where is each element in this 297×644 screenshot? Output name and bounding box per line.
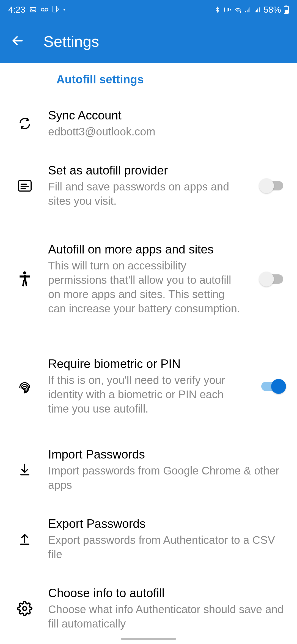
svg-rect-13 xyxy=(249,7,250,12)
vibrate-icon xyxy=(223,6,231,13)
sync-icon xyxy=(16,115,33,132)
setting-desc: Import passwords from Google Chrome & ot… xyxy=(48,463,286,492)
svg-point-2 xyxy=(41,8,44,11)
svg-rect-9 xyxy=(230,9,231,10)
wifi-icon xyxy=(234,6,242,13)
setting-title: Choose info to autofill xyxy=(48,586,286,600)
status-bar: 4:23 • 58% xyxy=(0,0,297,19)
accessibility-icon xyxy=(16,271,33,287)
fingerprint-icon xyxy=(16,378,33,395)
signal2-icon xyxy=(254,6,261,13)
more-apps-toggle[interactable] xyxy=(258,271,286,287)
voicemail-icon xyxy=(41,7,48,12)
section-header: Autofill settings xyxy=(0,63,297,96)
setting-title: Autofill on more apps and sites xyxy=(48,242,243,256)
setting-desc: This will turn on accessibility permissi… xyxy=(48,258,243,316)
signal1-icon xyxy=(245,6,251,13)
svg-rect-10 xyxy=(245,11,246,12)
setting-export-passwords[interactable]: Export Passwords Export passwords from A… xyxy=(0,504,297,574)
bluetooth-icon xyxy=(215,6,221,13)
setting-desc: Choose what info Authenticator should sa… xyxy=(48,602,286,631)
setting-desc: edbott3@outlook.com xyxy=(48,124,286,139)
setting-title: Export Passwords xyxy=(48,517,286,531)
setting-more-apps[interactable]: Autofill on more apps and sites This wil… xyxy=(0,220,297,338)
svg-rect-5 xyxy=(53,6,57,12)
download-icon xyxy=(16,462,33,478)
svg-rect-20 xyxy=(285,10,288,13)
battery-pct: 58% xyxy=(263,5,281,15)
setting-import-passwords[interactable]: Import Passwords Import passwords from G… xyxy=(0,435,297,504)
svg-point-26 xyxy=(23,271,26,274)
dot-icon: • xyxy=(63,6,65,13)
biometric-toggle[interactable] xyxy=(258,379,286,394)
setting-title: Import Passwords xyxy=(48,447,286,461)
setting-sync-account[interactable]: Sync Account edbott3@outlook.com xyxy=(0,96,297,151)
battery-icon xyxy=(284,6,289,14)
picture-icon xyxy=(29,6,37,13)
setting-choose-info[interactable]: Choose info to autofill Choose what info… xyxy=(0,574,297,643)
svg-rect-14 xyxy=(255,11,255,12)
setting-desc: If this is on, you'll need to verify you… xyxy=(48,373,243,416)
app-bar: Settings xyxy=(0,19,297,63)
phone-sync-icon xyxy=(52,6,59,14)
svg-rect-16 xyxy=(257,9,258,12)
setting-title: Require biometric or PIN xyxy=(48,357,243,371)
svg-point-3 xyxy=(45,8,48,11)
svg-rect-30 xyxy=(25,280,27,286)
autofill-provider-toggle[interactable] xyxy=(258,178,286,193)
setting-title: Sync Account xyxy=(48,108,286,122)
settings-list: Sync Account edbott3@outlook.com Set as … xyxy=(0,96,297,643)
upload-icon xyxy=(16,531,33,547)
status-time: 4:23 xyxy=(8,5,25,15)
svg-point-35 xyxy=(23,607,27,610)
setting-desc: Export passwords from Authenticator to a… xyxy=(48,533,286,561)
svg-rect-17 xyxy=(259,7,260,12)
svg-rect-8 xyxy=(228,8,229,11)
page-title: Settings xyxy=(43,32,99,50)
svg-rect-12 xyxy=(248,9,249,12)
gear-icon xyxy=(16,600,33,617)
back-button[interactable] xyxy=(11,34,24,48)
status-right: 58% xyxy=(215,5,289,15)
status-left: 4:23 • xyxy=(8,5,65,15)
setting-biometric[interactable]: Require biometric or PIN If this is on, … xyxy=(0,338,297,435)
svg-rect-11 xyxy=(247,10,248,12)
setting-title: Set as autofill provider xyxy=(48,163,243,177)
form-icon xyxy=(16,178,33,194)
svg-rect-15 xyxy=(256,10,257,12)
svg-rect-29 xyxy=(22,280,25,286)
setting-autofill-provider[interactable]: Set as autofill provider Fill and save p… xyxy=(0,151,297,220)
setting-desc: Fill and save passwords on apps and site… xyxy=(48,179,243,208)
home-indicator[interactable] xyxy=(121,638,176,640)
svg-rect-28 xyxy=(20,275,30,277)
